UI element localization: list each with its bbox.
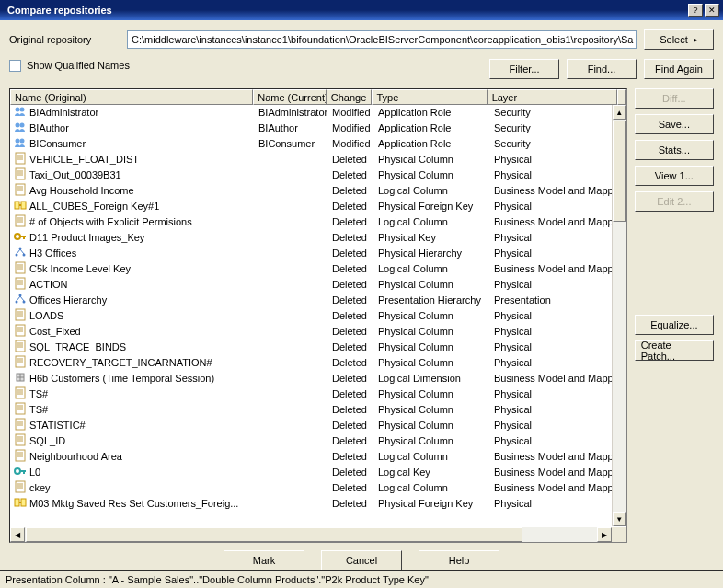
horizontal-scrollbar[interactable]: ◀ ▶ — [10, 527, 612, 542]
row-change: Deleted — [328, 183, 374, 199]
edit2-button[interactable]: Edit 2... — [635, 191, 714, 212]
row-type: Physical Column — [374, 355, 490, 371]
svg-line-45 — [20, 296, 24, 301]
row-type: Physical Column — [374, 433, 490, 449]
select-button[interactable]: Select▸ — [644, 29, 714, 50]
vertical-scroll-thumb[interactable] — [613, 121, 626, 222]
table-row[interactable]: Cost_FixedDeletedPhysical ColumnPhysical — [10, 324, 626, 340]
role-icon — [14, 105, 27, 121]
col-icon — [14, 340, 27, 355]
row-current — [255, 480, 328, 496]
table-row[interactable]: Neighbourhood AreaDeletedLogical ColumnB… — [10, 449, 626, 465]
table-row[interactable]: M03 Mktg Saved Res Set Customers_Foreig.… — [10, 496, 626, 512]
column-header-layer[interactable]: Layer — [488, 89, 617, 105]
scroll-up-icon[interactable]: ▲ — [613, 105, 626, 120]
svg-rect-21 — [16, 215, 25, 226]
table-row[interactable]: Offices HierarchyDeletedPresentation Hie… — [10, 293, 626, 308]
table-row[interactable]: H3 OfficesDeletedPhysical HierarchyPhysi… — [10, 246, 626, 261]
equalize-button[interactable]: Equalize... — [635, 315, 714, 335]
row-current — [255, 214, 328, 230]
col-icon — [14, 386, 27, 402]
column-header-current[interactable]: Name (Current) — [253, 89, 327, 105]
create-patch-button[interactable]: Create Patch... — [635, 340, 714, 361]
diff-button[interactable]: Diff... — [635, 88, 714, 109]
row-current — [255, 418, 328, 433]
row-name: BIAdministrator — [29, 106, 98, 120]
svg-point-2 — [16, 122, 20, 127]
status-bar: Presentation Column : "A - Sample Sales"… — [0, 570, 723, 588]
save-button[interactable]: Save... — [635, 114, 714, 134]
column-header-change[interactable]: Change — [327, 89, 373, 105]
view1-button[interactable]: View 1... — [635, 166, 714, 186]
col-icon — [14, 418, 27, 433]
table-row[interactable]: TS#DeletedPhysical ColumnPhysical — [10, 386, 626, 402]
column-header-type[interactable]: Type — [372, 89, 487, 105]
svg-point-85 — [15, 468, 20, 474]
table-row[interactable]: ckeyDeletedLogical ColumnBusiness Model … — [10, 480, 626, 496]
row-name: M03 Mktg Saved Res Set Customers_Foreig.… — [29, 497, 238, 511]
mark-button[interactable]: Mark — [224, 550, 304, 571]
table-row[interactable]: Avg Household IncomeDeletedLogical Colum… — [10, 183, 626, 199]
table-row[interactable]: SQL_IDDeletedPhysical ColumnPhysical — [10, 433, 626, 449]
table-row[interactable]: BIAdministratorBIAdministratorModifiedAp… — [10, 105, 626, 121]
dim-icon — [14, 371, 27, 386]
table-row[interactable]: LOADSDeletedPhysical ColumnPhysical — [10, 308, 626, 324]
col-icon — [14, 167, 27, 183]
scroll-down-icon[interactable]: ▼ — [613, 512, 626, 526]
original-repository-path[interactable]: C:\middleware\instances\instance1\bifoun… — [127, 30, 637, 49]
row-layer: Presentation — [490, 293, 621, 308]
scroll-left-icon[interactable]: ◀ — [10, 527, 25, 542]
table-row[interactable]: D11 Product Images_KeyDeletedPhysical Ke… — [10, 230, 626, 246]
table-row[interactable]: SQL_TRACE_BINDSDeletedPhysical ColumnPhy… — [10, 340, 626, 355]
cancel-button[interactable]: Cancel — [321, 550, 402, 571]
table-row[interactable]: RECOVERY_TARGET_INCARNATION#DeletedPhysi… — [10, 355, 626, 371]
row-type: Logical Key — [374, 465, 490, 480]
help-button[interactable]: Help — [419, 550, 499, 571]
table-row[interactable]: # of Objects with Explicit PermisionsDel… — [10, 214, 626, 230]
svg-line-44 — [17, 296, 20, 301]
filter-button[interactable]: Filter... — [489, 59, 559, 79]
row-current — [255, 449, 328, 465]
table-row[interactable]: STATISTIC#DeletedPhysical ColumnPhysical — [10, 418, 626, 433]
table-row[interactable]: Taxi_Out_00039B31DeletedPhysical ColumnP… — [10, 167, 626, 183]
fkey-icon — [14, 496, 27, 512]
row-change: Modified — [328, 121, 374, 136]
horizontal-scroll-thumb[interactable] — [26, 527, 522, 542]
table-row[interactable]: H6b Customers (Time Temporal Session)Del… — [10, 371, 626, 386]
close-icon[interactable]: ✕ — [705, 4, 719, 17]
svg-rect-93 — [21, 499, 26, 506]
row-layer: Physical — [490, 496, 621, 512]
table-row[interactable]: ALL_CUBES_Foreign Key#1DeletedPhysical F… — [10, 199, 626, 214]
table-row[interactable]: VEHICLE_FLOAT_DISTDeletedPhysical Column… — [10, 152, 626, 167]
col-icon — [14, 433, 27, 449]
table-row[interactable]: L0DeletedLogical KeyBusiness Model and M… — [10, 465, 626, 480]
svg-rect-58 — [16, 356, 25, 367]
find-button[interactable]: Find... — [567, 59, 637, 79]
table-row[interactable]: C5k Income Level KeyDeletedLogical Colum… — [10, 261, 626, 277]
scroll-right-icon[interactable]: ▶ — [597, 527, 612, 542]
show-qualified-names-checkbox[interactable] — [9, 60, 21, 72]
svg-rect-50 — [16, 325, 25, 336]
stats-button[interactable]: Stats... — [635, 140, 714, 160]
column-header-spacer — [617, 89, 626, 105]
row-current: BIAuthor — [255, 121, 328, 136]
table-row[interactable]: TS#DeletedPhysical ColumnPhysical — [10, 402, 626, 418]
row-type: Logical Column — [374, 183, 490, 199]
row-layer: Physical — [490, 230, 621, 246]
row-name: C5k Income Level Key — [29, 262, 131, 276]
row-name: TS# — [29, 403, 48, 417]
table-row[interactable]: BIConsumerBIConsumerModifiedApplication … — [10, 136, 626, 152]
column-header-name[interactable]: Name (Original) — [10, 89, 253, 105]
table-row[interactable]: BIAuthorBIAuthorModifiedApplication Role… — [10, 121, 626, 136]
row-type: Logical Column — [374, 480, 490, 496]
row-change: Deleted — [328, 355, 374, 371]
row-current — [255, 402, 328, 418]
vertical-scrollbar[interactable]: ▲ ▼ — [612, 105, 626, 526]
row-type: Physical Column — [374, 340, 490, 355]
row-current — [255, 199, 328, 214]
table-row[interactable]: ACTIONDeletedPhysical ColumnPhysical — [10, 277, 626, 293]
find-again-button[interactable]: Find Again — [644, 59, 714, 79]
row-type: Application Role — [374, 136, 490, 152]
help-icon[interactable]: ? — [688, 4, 703, 17]
row-current — [255, 433, 328, 449]
